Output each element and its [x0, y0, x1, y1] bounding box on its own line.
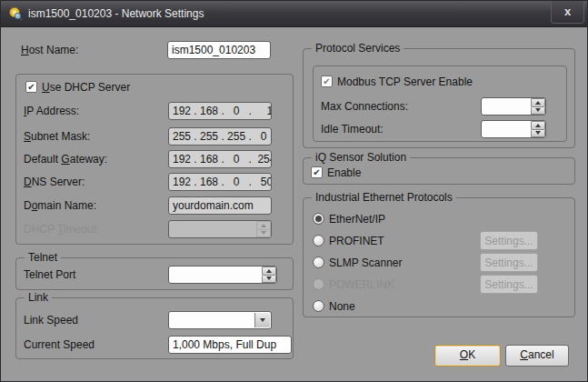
- telnet-group-title: Telnet: [25, 251, 61, 265]
- default-gateway-label: Default Gateway:: [24, 150, 107, 168]
- domain-name-input[interactable]: yourdomain.com: [168, 196, 272, 215]
- spin-down-button[interactable]: [531, 130, 545, 138]
- dhcp-timeout-label: DHCP Timeout:: [24, 220, 99, 238]
- iq-enable-checkbox[interactable]: ✔: [311, 166, 323, 178]
- radio-slmp-scanner-label: SLMP Scanner: [329, 254, 403, 272]
- radio-profinet[interactable]: [313, 235, 324, 246]
- telnet-group: Telnet Telnet Port 23: [15, 257, 294, 290]
- industrial-ethernet-group: Industrial Ethernet Protocols EtherNet/I…: [303, 197, 575, 317]
- modbus-enable-checkbox[interactable]: ✔: [321, 75, 333, 87]
- use-dhcp-label: Use DHCP Server: [42, 78, 130, 96]
- dns-server-field[interactable]: 192 . 168 . 0 . 50: [168, 173, 272, 191]
- radio-slmp-scanner[interactable]: [313, 256, 324, 268]
- ok-button[interactable]: OK: [434, 345, 501, 367]
- spin-down-icon: [535, 108, 541, 112]
- dhcp-group: ✔ Use DHCP Server IP Address: 192 . 168 …: [15, 74, 294, 245]
- modbus-subgroup: ✔ Modbus TCP Server Enable Max Connectio…: [313, 65, 567, 142]
- spin-down-icon: [266, 276, 272, 280]
- radio-dot: [315, 216, 322, 222]
- link-speed-label: Link Speed: [24, 311, 78, 329]
- host-name-input[interactable]: ism1500_010203: [167, 41, 271, 59]
- telnet-port-label: Telnet Port: [24, 266, 75, 284]
- spin-up-button[interactable]: [531, 98, 545, 107]
- cancel-button[interactable]: Cancel: [505, 345, 569, 367]
- ip-address-field[interactable]: 192 . 168 . 0 . 1: [168, 102, 272, 120]
- network-settings-dialog: ism1500_010203 - Network Settings x Host…: [0, 0, 588, 382]
- idle-timeout-label: Idle Timeout:: [321, 120, 384, 138]
- radio-ethernet-ip-label: EtherNet/IP: [329, 210, 385, 228]
- spin-up-button: [256, 221, 271, 230]
- spin-up-icon: [261, 224, 266, 227]
- iq-enable-label: Enable: [327, 164, 361, 182]
- spin-up-button[interactable]: [262, 266, 276, 276]
- profinet-settings-button: Settings...: [480, 231, 538, 250]
- radio-powerlink-label: POWERLINK: [329, 276, 394, 294]
- protocol-services-group: Protocol Services ✔ Modbus TCP Server En…: [303, 48, 575, 148]
- radio-none-label: None: [329, 297, 355, 316]
- titlebar: ism1500_010203 - Network Settings x: [1, 1, 587, 27]
- default-gateway-field[interactable]: 192 . 168 . 0 . 254: [168, 150, 272, 168]
- ip-address-label: IP Address:: [24, 102, 79, 120]
- iq-sensor-group: iQ Sensor Solution ✔ Enable: [303, 157, 575, 185]
- spin-down-button[interactable]: [531, 107, 545, 116]
- spin-down-button: [256, 230, 271, 238]
- dropdown-arrow-icon: [260, 318, 265, 322]
- spin-down-icon: [535, 131, 541, 135]
- domain-name-label: Domain Name:: [24, 196, 96, 215]
- use-dhcp-checkbox[interactable]: ✔: [25, 81, 37, 93]
- close-button[interactable]: x: [551, 1, 584, 24]
- industrial-ethernet-title: Industrial Ethernet Protocols: [312, 191, 456, 205]
- link-group: Link Link Speed Auto-Negotiate Current S…: [15, 297, 294, 359]
- slmp-settings-button: Settings...: [480, 253, 538, 272]
- window-title: ism1500_010203 - Network Settings: [28, 7, 204, 20]
- spin-down-button[interactable]: [262, 276, 276, 284]
- current-speed-label: Current Speed: [24, 336, 95, 354]
- spin-up-icon: [266, 269, 272, 273]
- modbus-enable-label: Modbus TCP Server Enable: [337, 73, 473, 91]
- dropdown-button[interactable]: [254, 313, 270, 327]
- check-icon: ✔: [27, 83, 35, 92]
- spin-up-icon: [535, 124, 541, 127]
- idle-timeout-spinner[interactable]: 120: [481, 120, 546, 138]
- spin-down-icon: [261, 231, 266, 235]
- app-icon: [8, 6, 23, 21]
- subnet-mask-label: Subnet Mask:: [24, 127, 90, 146]
- spin-up-icon: [535, 101, 541, 105]
- max-connections-label: Max Connections:: [321, 97, 408, 116]
- dhcp-timeout-spinner: 60: [168, 220, 272, 238]
- host-name-label: Host Name:: [21, 41, 78, 59]
- check-icon: ✔: [323, 77, 330, 86]
- radio-powerlink: [313, 278, 324, 290]
- link-speed-dropdown[interactable]: Auto-Negotiate: [168, 311, 272, 329]
- powerlink-settings-button: Settings...: [480, 275, 538, 294]
- radio-ethernet-ip[interactable]: [313, 213, 324, 225]
- check-icon: ✔: [313, 168, 320, 177]
- radio-profinet-label: PROFINET: [329, 232, 384, 250]
- spin-up-button[interactable]: [531, 121, 545, 130]
- iq-sensor-title: iQ Sensor Solution: [312, 151, 410, 165]
- dns-server-label: DNS Server:: [24, 173, 85, 191]
- close-icon: x: [564, 5, 571, 18]
- telnet-port-spinner[interactable]: 23: [168, 266, 277, 284]
- current-speed-field[interactable]: 1,000 Mbps, Full Dup: [168, 336, 292, 354]
- radio-none[interactable]: [313, 300, 324, 312]
- protocol-services-title: Protocol Services: [312, 42, 404, 55]
- link-group-title: Link: [25, 291, 52, 305]
- subnet-mask-field[interactable]: 255 . 255 . 255 . 0: [168, 127, 272, 146]
- max-connections-spinner[interactable]: 4: [481, 97, 546, 116]
